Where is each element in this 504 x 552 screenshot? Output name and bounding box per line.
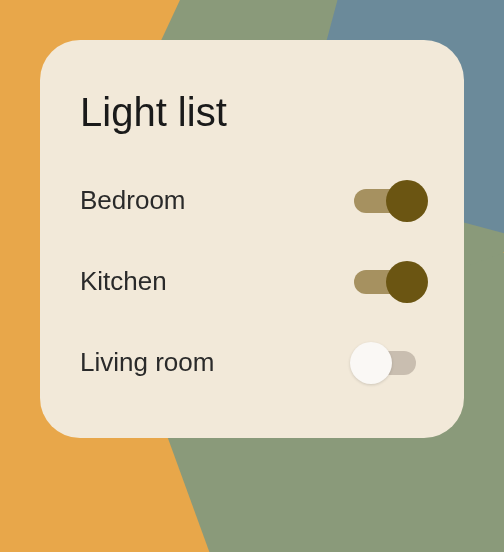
light-label: Kitchen xyxy=(80,266,167,297)
toggle-thumb xyxy=(386,180,428,222)
toggle-thumb xyxy=(386,261,428,303)
light-toggle-living-room[interactable] xyxy=(354,349,424,377)
light-toggle-kitchen[interactable] xyxy=(354,268,424,296)
light-label: Living room xyxy=(80,347,214,378)
toggle-thumb xyxy=(350,342,392,384)
light-row-bedroom: Bedroom xyxy=(80,185,424,216)
light-list-card: Light list Bedroom Kitchen Living room xyxy=(40,40,464,438)
light-toggle-bedroom[interactable] xyxy=(354,187,424,215)
light-label: Bedroom xyxy=(80,185,186,216)
light-row-kitchen: Kitchen xyxy=(80,266,424,297)
page-title: Light list xyxy=(80,90,424,135)
light-row-living-room: Living room xyxy=(80,347,424,378)
